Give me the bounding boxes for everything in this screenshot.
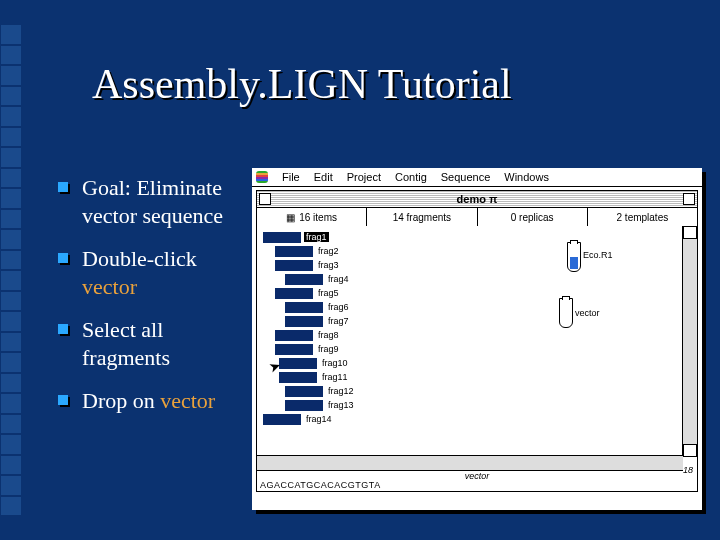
menu-edit[interactable]: Edit bbox=[314, 171, 333, 183]
fragment-item[interactable]: frag3 bbox=[275, 258, 356, 272]
fragment-item[interactable]: frag7 bbox=[285, 314, 356, 328]
fragment-item[interactable]: frag1 bbox=[263, 230, 356, 244]
close-icon[interactable] bbox=[259, 193, 271, 205]
status-items: ▦16 items bbox=[257, 208, 367, 226]
bullet-list: Goal: Eliminate vector sequence Double-c… bbox=[52, 174, 240, 431]
fragment-item[interactable]: frag8 bbox=[275, 328, 356, 342]
bullet-select-all: Select all fragments bbox=[52, 316, 240, 371]
bullet-goal: Goal: Eliminate vector sequence bbox=[52, 174, 240, 229]
bullet-drop-on: Drop on vector bbox=[52, 387, 240, 415]
sequence-bar: vector AGACCATGCACACGTGTA 18 bbox=[257, 471, 697, 491]
slide-decor-stripe bbox=[0, 24, 22, 516]
fragment-item[interactable]: frag11 bbox=[279, 370, 356, 384]
status-row: ▦16 items 14 fragments 0 replicas 2 temp… bbox=[257, 208, 697, 227]
window-title-text: demo π bbox=[457, 193, 498, 205]
menu-project[interactable]: Project bbox=[347, 171, 381, 183]
bullet-doubleclick: Double-click vector bbox=[52, 245, 240, 300]
page-number: 18 bbox=[683, 465, 693, 475]
zoom-icon[interactable] bbox=[683, 193, 695, 205]
vertical-scrollbar[interactable] bbox=[682, 226, 697, 457]
mac-menubar: File Edit Project Contig Sequence Window… bbox=[252, 168, 702, 187]
menu-contig[interactable]: Contig bbox=[395, 171, 427, 183]
enzyme-label: Eco.R1 bbox=[583, 250, 613, 260]
menu-file[interactable]: File bbox=[282, 171, 300, 183]
window-titlebar[interactable]: demo π bbox=[257, 191, 697, 208]
vector-tube-icon[interactable] bbox=[559, 298, 573, 328]
fragment-item[interactable]: frag14 bbox=[263, 412, 356, 426]
menu-sequence[interactable]: Sequence bbox=[441, 171, 491, 183]
apple-menu-icon[interactable] bbox=[256, 171, 268, 183]
horizontal-scrollbar[interactable] bbox=[257, 455, 683, 471]
status-templates: 2 templates bbox=[588, 208, 697, 226]
status-replicas: 0 replicas bbox=[478, 208, 588, 226]
fragment-list: frag1 frag2 frag3 frag4 frag5 frag6 frag… bbox=[263, 230, 356, 426]
fragment-item[interactable]: frag6 bbox=[285, 300, 356, 314]
fragment-item[interactable]: frag10 bbox=[279, 356, 356, 370]
fragment-item[interactable]: frag2 bbox=[275, 244, 356, 258]
fragment-item[interactable]: frag12 bbox=[285, 384, 356, 398]
slide-title: Assembly.LIGN Tutorial bbox=[92, 60, 512, 108]
enzyme-tube-icon[interactable] bbox=[567, 242, 581, 272]
project-window: demo π ▦16 items 14 fragments 0 replicas… bbox=[256, 190, 698, 492]
status-fragments: 14 fragments bbox=[367, 208, 477, 226]
sequence-text: AGACCATGCACACGTGTA bbox=[260, 480, 381, 490]
vector-label: vector bbox=[575, 308, 600, 318]
fragment-item[interactable]: frag9 bbox=[275, 342, 356, 356]
menu-windows[interactable]: Windows bbox=[504, 171, 549, 183]
work-area[interactable]: frag1 frag2 frag3 frag4 frag5 frag6 frag… bbox=[257, 226, 683, 457]
fragment-item[interactable]: frag5 bbox=[275, 286, 356, 300]
fragment-item[interactable]: frag13 bbox=[285, 398, 356, 412]
embedded-screenshot: File Edit Project Contig Sequence Window… bbox=[252, 168, 702, 510]
fragment-item[interactable]: frag4 bbox=[285, 272, 356, 286]
